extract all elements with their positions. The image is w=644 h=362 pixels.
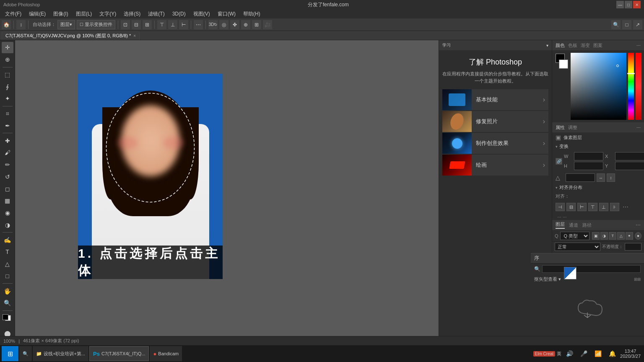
brush-tool[interactable]: 🖌 (2, 147, 13, 158)
minimize-button[interactable]: — (616, 1, 624, 8)
history-brush[interactable]: ↺ (2, 171, 13, 183)
menu-file[interactable]: 文件(F) (2, 10, 25, 18)
taskbar-search[interactable]: 🔍 (19, 346, 32, 361)
move-tool-option[interactable]: ↕ (16, 20, 26, 29)
layers-panel-menu-icon[interactable]: ⋯ (636, 222, 641, 228)
color-swatches[interactable] (2, 314, 13, 326)
opacity-slider[interactable] (636, 53, 641, 120)
align-left-btn[interactable]: ⊣ (556, 203, 565, 211)
dodge-tool[interactable]: ◑ (2, 220, 13, 231)
filter-shape-icon[interactable]: △ (617, 232, 625, 240)
angle-input[interactable]: 0.00° (566, 173, 595, 182)
document-tab[interactable]: C7(TJ6STX4(_IT)Q5VJWJCV.png @ 100% (图层 0… (2, 31, 140, 40)
learn-card-creative[interactable]: 制作创意效果 › (442, 133, 548, 154)
menu-edit[interactable]: 编辑(E) (26, 10, 49, 18)
align-middle-btn[interactable]: ⊥ (599, 203, 608, 211)
learn-panel-header[interactable]: 学习 ▾ (439, 40, 552, 50)
align-left[interactable]: ⊡ (121, 20, 130, 29)
artboard-tool[interactable]: ⊕ (2, 54, 13, 65)
properties-section-header[interactable]: 属性 调整 ⋯ (552, 122, 644, 132)
learn-panel-collapse[interactable]: ▾ (546, 43, 548, 48)
align-right[interactable]: ⊞ (143, 20, 152, 29)
blend-mode-select[interactable]: 正常 (555, 243, 600, 251)
more-align-options[interactable]: ⋯ (621, 204, 630, 210)
gradient-tab[interactable]: 渐变 (581, 42, 590, 49)
menu-image[interactable]: 图像(I) (50, 10, 71, 18)
notification-btn[interactable]: 🔔 (606, 347, 618, 360)
align-bottom-btn[interactable]: ⊦ (610, 203, 619, 211)
zoom-3d[interactable]: ⊞ (252, 20, 261, 29)
color-gradient-picker[interactable] (571, 53, 626, 120)
mic-btn[interactable]: 🎤 (577, 347, 590, 360)
flip-h-btn[interactable]: ↔ (597, 173, 605, 182)
menu-window[interactable]: 窗口(W) (214, 10, 239, 18)
workspace-btn[interactable]: □ (622, 20, 631, 29)
x-input[interactable]: 0像素 (615, 152, 644, 160)
menu-3d[interactable]: 3D(D) (169, 10, 189, 18)
menu-select[interactable]: 选择(S) (120, 10, 144, 18)
height-input[interactable]: 568像素 (574, 162, 603, 170)
align-center-h[interactable]: ⊟ (132, 20, 141, 29)
elm-creat-badge[interactable]: Elm Creat (533, 351, 555, 357)
share-btn[interactable]: ↗ (633, 20, 642, 29)
y-input[interactable]: 81像素 (615, 162, 644, 170)
align-section-header[interactable]: ▾ 对齐并分布 (552, 184, 644, 191)
align-right-btn[interactable]: ⊢ (577, 203, 587, 211)
layers-tab-paths[interactable]: 路径 (582, 222, 592, 228)
adjustments-tab[interactable]: 调整 (568, 124, 577, 131)
healing-tool[interactable]: ✚ (2, 135, 13, 146)
flip-v-btn[interactable]: ↕ (607, 173, 615, 182)
rotate-3d[interactable]: ◎ (219, 20, 229, 29)
zoom-tool[interactable]: 🔍 (2, 297, 13, 309)
eraser-tool[interactable]: ◻ (2, 183, 13, 194)
collapse-icon[interactable]: ⋯ (636, 43, 641, 48)
learn-card-paint[interactable]: 绘画 › (442, 155, 548, 176)
hue-slider[interactable] (628, 53, 634, 120)
color-panel-header[interactable]: 颜色 色板 渐变 图案 ⋯ (552, 40, 644, 50)
filter-pixel-icon[interactable]: ▣ (592, 232, 600, 240)
swatch-tab[interactable]: 色板 (568, 42, 577, 49)
align-top-btn[interactable]: ⊤ (588, 203, 597, 211)
more-options[interactable]: ⋯ (194, 20, 203, 29)
props-collapse[interactable]: ⋯ (636, 125, 641, 130)
link-proportions-btn[interactable]: 🔗 (556, 158, 562, 165)
filter-adjust-icon[interactable]: ◑ (600, 232, 608, 240)
layers-filter-type[interactable]: Q 类型 (560, 232, 590, 240)
opacity-input[interactable]: 100% (625, 243, 641, 251)
ime-indicator[interactable]: 英 (557, 351, 561, 357)
properties-tab[interactable]: 属性 (556, 124, 565, 131)
search-btn[interactable]: 🔍 (611, 20, 621, 29)
filter-text-icon[interactable]: T (609, 232, 616, 240)
pen-tool[interactable]: ✍ (2, 234, 13, 246)
fg-bg-swatches[interactable] (555, 53, 569, 120)
canvas-area[interactable]: @keyframes dash { to { stroke-dashoffset… (15, 40, 439, 345)
taskbar-app-photoshop[interactable]: Ps C7(TJ6STX4(_IT)Q... (89, 346, 149, 361)
align-top[interactable]: ⊤ (157, 20, 166, 29)
camera-3d[interactable]: 🎥 (263, 20, 272, 29)
align-center-v[interactable]: ⊥ (168, 20, 177, 29)
path-tool[interactable]: △ (2, 259, 13, 270)
auto-select-type[interactable]: 图层 ▾ (57, 20, 75, 29)
taskbar-app-bandicam[interactable]: ● Bandicam (150, 346, 182, 361)
volume-btn[interactable]: 🔊 (563, 347, 576, 360)
maximize-button[interactable]: □ (625, 1, 632, 8)
hand-tool[interactable]: 🖐 (2, 285, 13, 297)
scale-3d[interactable]: ⊕ (241, 20, 250, 29)
background-color[interactable] (559, 59, 568, 69)
lasso-tool[interactable]: ∮ (2, 81, 13, 92)
tab-close-btn[interactable]: × (133, 34, 136, 38)
layers-filter-toggle[interactable]: ● (635, 232, 641, 240)
stamp-tool[interactable]: ✏ (2, 159, 13, 171)
filter-smart-icon[interactable]: ✦ (626, 232, 633, 240)
3d-mode[interactable]: 3D↻ (208, 20, 218, 29)
show-transform-btn[interactable]: ☐ 显示变换控件 (77, 20, 115, 29)
magic-wand-tool[interactable]: ✦ (2, 93, 13, 104)
menu-help[interactable]: 帮助(H) (240, 10, 264, 18)
close-button[interactable]: ✕ (633, 1, 641, 8)
eyedropper-tool[interactable]: ✒ (2, 120, 13, 132)
pattern-tab[interactable]: 图案 (593, 42, 602, 49)
start-button[interactable]: ⊞ (2, 346, 18, 361)
learn-card-repair[interactable]: 修复照片 › (442, 111, 548, 132)
gradient-tool[interactable]: ▦ (2, 195, 13, 207)
clock[interactable]: 13:47 2020/3/27 (620, 349, 641, 359)
